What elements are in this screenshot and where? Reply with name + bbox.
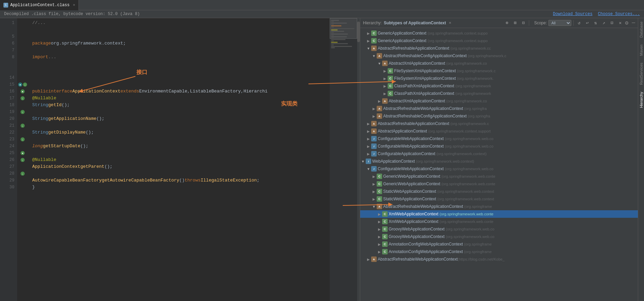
editor-scrollbar[interactable] (357, 18, 360, 301)
tree-item-16[interactable]: ▶ I ConfigurableWebApplicationContext (o… (360, 142, 638, 150)
class-icon-23: C (377, 196, 382, 202)
toolbar-separator-1 (529, 20, 529, 26)
expand-all-button[interactable]: ⊞ (512, 20, 519, 26)
locate-button[interactable]: ⊕ (503, 20, 510, 26)
tree-item-10[interactable]: ▶ A AbstractXmlApplicationContext (org.s… (360, 97, 638, 105)
tree-item-3[interactable]: ▼ A AbstractRefreshableApplicationContex… (360, 45, 638, 52)
tree-item-5[interactable]: ▼ A AbstractXmlApplicationContext (org.s… (360, 60, 638, 67)
interface-icon-18: I (366, 159, 371, 164)
java-class-icon: C (3, 3, 8, 8)
download-sources-link[interactable]: Download Sources (553, 12, 592, 16)
sort-button[interactable]: ⇅ (592, 20, 599, 26)
tree-item-19[interactable]: ▼ I ConfigurableWebApplicationContext (o… (360, 165, 638, 173)
prev-button[interactable]: ↩ (584, 20, 591, 26)
tree-item-30[interactable]: ▶ C AnnotationConfigWebApplicationContex… (360, 248, 638, 255)
scope-label: Scope: (534, 21, 547, 25)
abstract-icon-4: A (377, 53, 382, 59)
tree-item-6[interactable]: ▶ C FileSystemXmlApplicationContext (org… (360, 67, 638, 75)
code-line-21: String getDisplayName(); (28, 129, 330, 136)
scope-select[interactable]: All Project Module (548, 20, 571, 26)
tree-item-13[interactable]: ▶ A AbstractRefreshableApplicationContex… (360, 120, 638, 127)
tree-arrow-7: ▶ (382, 76, 388, 81)
tree-label-9: ClassPathXmlApplicationContext (org.spri… (394, 91, 636, 96)
open-editor-button[interactable]: ⊡ (609, 20, 616, 26)
tree-label-10: AbstractXmlApplicationContext (org.sprin… (389, 99, 636, 103)
tree-label-20: GenericWebApplicationContext (org.spring… (383, 174, 636, 179)
tree-item-17[interactable]: ▶ I ConfigurableApplicationContext (org.… (360, 150, 638, 158)
tree-item-12[interactable]: ▶ A AbstractRefreshableConfigApplication… (360, 112, 638, 120)
tree-item-27[interactable]: ▶ C GroovyWebApplicationContext (org.spr… (360, 225, 638, 233)
tree-item-4[interactable]: ▼ A AbstractRefreshableConfigApplication… (360, 52, 638, 60)
hierarchy-label: Hierarchy: (363, 21, 382, 25)
tree-item-20[interactable]: ▶ C GenericWebApplicationContext (org.sp… (360, 173, 638, 180)
tree-item-2[interactable]: ▶ C GenericApplicationContext (org.sprin… (360, 37, 638, 45)
tree-arrow-19: ▼ (366, 166, 371, 172)
right-side-tabs: Database Maven RestServices Hierarchy (638, 18, 644, 301)
refresh-button[interactable]: ↺ (576, 20, 583, 26)
tab-bar: C ApplicationContext.class × (0, 0, 644, 10)
database-tab[interactable]: Database (638, 18, 644, 41)
minimize-button[interactable]: — (632, 20, 635, 26)
abstract-icon-24: A (377, 204, 382, 209)
tree-label-25: XmlWebApplicationContext (org.springfram… (389, 212, 636, 216)
tree-item-29[interactable]: ▶ C AnnotationConfigWebApplicationContex… (360, 240, 638, 248)
collapse-all-button[interactable]: ⊟ (520, 20, 527, 26)
class-icon-28: C (382, 234, 388, 239)
tree-arrow-3: ▼ (366, 46, 371, 51)
tree-label-27: GroovyWebApplicationContext (org.springf… (389, 227, 636, 231)
tree-item-26[interactable]: ▶ C XmlWebApplicationContext (org.spring… (360, 218, 638, 225)
tab-close-button[interactable]: × (73, 3, 75, 7)
abstract-icon-31: A (371, 256, 377, 262)
tree-item-22[interactable]: ▶ C StaticWebApplicationContext (org.spr… (360, 188, 638, 195)
tree-item-28[interactable]: ▶ C GroovyWebApplicationContext (org.spr… (360, 233, 638, 240)
class-icon-30: C (382, 249, 388, 254)
code-line-22 (28, 136, 330, 143)
hierarchy-tab[interactable]: Hierarchy (638, 88, 644, 111)
tree-item-14[interactable]: ▶ A AbstractApplicationContext (org.spri… (360, 127, 638, 135)
line-numbers: 1 5 6 7 8 14 15 16 17 18 19 20 21 22 23 … (0, 18, 17, 301)
close-panel-button[interactable]: ✕ (617, 20, 624, 26)
tree-item-15[interactable]: ▶ I ConfigurableWebApplicationContext (o… (360, 135, 638, 142)
tree-item-18[interactable]: ▼ I WebApplicationContext (org.springfra… (360, 158, 638, 165)
hierarchy-tree[interactable]: ▶ C GenericApplicationContext (org.sprin… (360, 28, 638, 301)
class-icon-26: C (382, 219, 388, 224)
tree-label-24: AbstractRefreshableWebApplicationContext… (383, 204, 636, 209)
tree-arrow-4: ▼ (371, 53, 377, 59)
tree-arrow-30: ▶ (377, 249, 382, 254)
tree-item-24[interactable]: ▼ A AbstractRefreshableWebApplicationCon… (360, 203, 638, 210)
tree-item-25[interactable]: ▶ C XmlWebApplicationContext (org.spring… (360, 210, 638, 218)
tree-item-8[interactable]: ▶ C ClassPathXmlApplicationContext (org.… (360, 82, 638, 90)
hierarchy-close-button[interactable]: × (449, 21, 451, 26)
tree-item-23[interactable]: ▶ C StaticWebApplicationContext (org.spr… (360, 195, 638, 203)
choose-sources-link[interactable]: Choose Sources... (598, 12, 640, 16)
tree-arrow-1: ▶ (366, 30, 371, 36)
export-button[interactable]: ↗ (600, 20, 607, 26)
method-icon3: ↓ (21, 124, 25, 128)
code-line-27 (28, 170, 330, 177)
maven-tab[interactable]: Maven (638, 41, 644, 59)
tree-label-4: AbstractRefreshableConfigApplicationCont… (383, 53, 636, 58)
rest-services-tab[interactable]: RestServices (638, 59, 644, 88)
code-line-19: String getApplicationName(); (28, 115, 330, 122)
application-context-tab[interactable]: C ApplicationContext.class × (0, 0, 79, 10)
tree-label-11: AbstractRefreshableWebApplicationContext… (383, 106, 636, 111)
code-content[interactable]: //... package org.springframework.contex… (28, 18, 330, 301)
tree-item-9[interactable]: ▶ C ClassPathXmlApplicationContext (org.… (360, 90, 638, 97)
code-line-blank-5 (28, 74, 330, 81)
tree-item-31[interactable]: ▶ A AbstractRefreshableWebApplicationCon… (360, 255, 638, 263)
class-icon-1: C (371, 30, 377, 36)
tree-item-21[interactable]: ▶ C GenericWebApplicationContext (org.sp… (360, 180, 638, 188)
code-line-26: ApplicationContext getParent(); (28, 163, 330, 170)
tab-title: ApplicationContext.class (10, 3, 70, 8)
code-line-blank-2 (28, 47, 330, 54)
hierarchy-panel: Hierarchy: Subtypes of ApplicationContex… (360, 18, 638, 301)
tree-item-11[interactable]: ▶ A AbstractRefreshableWebApplicationCon… (360, 105, 638, 112)
tree-item-7[interactable]: ▶ C FileSystemXmlApplicationContext (org… (360, 75, 638, 82)
settings-button[interactable]: ⚙ (625, 20, 629, 26)
scrollbar-thumb[interactable] (357, 22, 360, 42)
code-line-24 (28, 150, 330, 156)
method-icon2: ↓ (21, 110, 25, 114)
code-line-1: //... (28, 20, 330, 26)
tree-item-1[interactable]: ▶ C GenericApplicationContext (org.sprin… (360, 29, 638, 37)
class-icon-7: C (388, 76, 393, 81)
